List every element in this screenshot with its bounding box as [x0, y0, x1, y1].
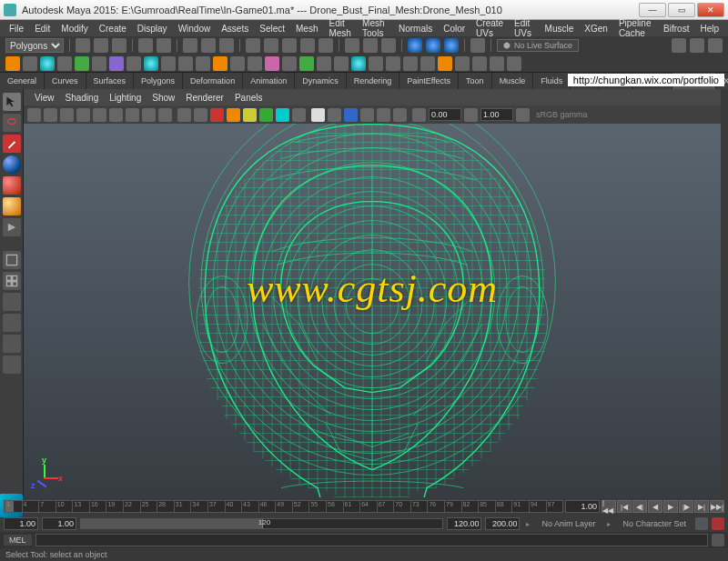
collapse-icon-2[interactable]: ▸: [604, 519, 613, 528]
collapse-icon-1[interactable]: ▸: [523, 519, 532, 528]
menu-edit-mesh[interactable]: Edit Mesh: [323, 18, 357, 38]
shelf-icon-19[interactable]: [317, 56, 331, 71]
camera-select-icon[interactable]: [27, 108, 41, 122]
two-pane-h-layout-icon[interactable]: [3, 314, 21, 332]
range-start-outer[interactable]: [4, 517, 38, 530]
maximize-button[interactable]: ▭: [668, 3, 695, 17]
tab-deformation[interactable]: Deformation: [183, 73, 243, 89]
snap-live-icon[interactable]: [318, 38, 333, 53]
textured-icon[interactable]: [259, 108, 273, 122]
select-by-component-icon[interactable]: [219, 38, 234, 53]
open-scene-icon[interactable]: [94, 38, 108, 53]
live-surface-field[interactable]: ⬢No Live Surface: [497, 39, 579, 52]
isolate-select-icon[interactable]: [311, 108, 325, 122]
character-set-dropdown[interactable]: No Character Set: [617, 519, 692, 528]
exposure-field[interactable]: [429, 108, 461, 121]
shelf-icon-26[interactable]: [438, 56, 452, 71]
undo-icon[interactable]: [138, 38, 153, 53]
script-editor-icon[interactable]: [712, 534, 724, 546]
smooth-shade-icon[interactable]: [194, 108, 207, 122]
image-plane-icon[interactable]: [60, 108, 74, 122]
menu-create[interactable]: Create: [94, 24, 132, 34]
step-forward-key-button[interactable]: ▶|: [694, 500, 709, 513]
step-forward-frame-button[interactable]: |▶: [679, 500, 693, 513]
shelf-icon-24[interactable]: [403, 56, 418, 71]
shelf-icon-25[interactable]: [420, 56, 435, 71]
film-gate-icon[interactable]: [76, 108, 90, 122]
wireframe-icon[interactable]: [177, 108, 191, 122]
shelf-icon-9[interactable]: [144, 56, 158, 71]
input-ops-icon[interactable]: [345, 38, 359, 53]
menu-file[interactable]: File: [4, 24, 29, 34]
safe-title-icon[interactable]: [158, 108, 172, 122]
construction-history-icon[interactable]: [381, 38, 396, 53]
tab-general[interactable]: General: [0, 73, 45, 89]
tab-rendering[interactable]: Rendering: [347, 73, 400, 89]
menu-assets[interactable]: Assets: [216, 24, 254, 34]
minimize-button[interactable]: —: [639, 3, 666, 17]
motion-blur-icon[interactable]: [377, 108, 390, 122]
new-scene-icon[interactable]: [76, 38, 90, 53]
shelf-icon-21[interactable]: [351, 56, 366, 71]
snap-grid-icon[interactable]: [246, 38, 260, 53]
four-pane-layout-icon[interactable]: [3, 272, 21, 290]
menu-muscle[interactable]: Muscle: [540, 24, 580, 34]
view-transform-icon[interactable]: [516, 108, 530, 122]
move-tool-icon[interactable]: [3, 155, 21, 174]
rotate-tool-icon[interactable]: [3, 176, 21, 195]
shelf-icon-12[interactable]: [196, 56, 210, 71]
toggle-modeling-toolkit-icon[interactable]: [470, 38, 485, 53]
snap-point-icon[interactable]: [282, 38, 297, 53]
menu-normals[interactable]: Normals: [393, 24, 438, 34]
panel-show[interactable]: Show: [147, 93, 180, 103]
shelf-icon-16[interactable]: [265, 56, 279, 71]
safe-action-icon[interactable]: [142, 108, 156, 122]
range-slider[interactable]: 120: [80, 518, 443, 529]
gate-mask-icon[interactable]: [109, 108, 123, 122]
shelf-icon-1[interactable]: [5, 56, 20, 71]
shelf-icon-20[interactable]: [334, 56, 349, 71]
panel-view[interactable]: View: [29, 93, 60, 103]
render-frame-icon[interactable]: [408, 38, 422, 53]
screen-space-ao-icon[interactable]: [360, 108, 374, 122]
three-pane-layout-icon[interactable]: [3, 335, 21, 353]
save-scene-icon[interactable]: [112, 38, 126, 53]
output-ops-icon[interactable]: [363, 38, 378, 53]
viewport-2-icon[interactable]: [344, 108, 358, 122]
anim-layer-dropdown[interactable]: No Anim Layer: [536, 519, 601, 528]
menu-set-dropdown[interactable]: Polygons: [5, 38, 64, 53]
menu-color[interactable]: Color: [438, 24, 470, 34]
shelf-icon-3[interactable]: [40, 56, 55, 71]
lasso-tool-icon[interactable]: [3, 114, 21, 132]
menu-bifrost[interactable]: Bifrost: [658, 24, 694, 34]
panel-renderer[interactable]: Renderer: [180, 93, 229, 103]
shelf-icon-29[interactable]: [490, 56, 504, 71]
panel-lighting[interactable]: Lighting: [104, 93, 147, 103]
select-by-hierarchy-icon[interactable]: [183, 38, 197, 53]
shelf-icon-18[interactable]: [299, 56, 314, 71]
tab-polygons[interactable]: Polygons: [134, 73, 183, 89]
render-settings-icon[interactable]: [444, 38, 459, 53]
shelf-icon-27[interactable]: [455, 56, 470, 71]
tab-dynamics[interactable]: Dynamics: [295, 73, 347, 89]
shelf-icon-30[interactable]: [507, 56, 521, 71]
bookmark-icon[interactable]: [44, 108, 57, 122]
ipr-render-icon[interactable]: [426, 38, 440, 53]
menu-mesh-tools[interactable]: Mesh Tools: [357, 18, 393, 38]
gamma-icon[interactable]: [464, 108, 478, 122]
tab-fluids[interactable]: Fluids: [533, 73, 571, 89]
scale-tool-icon[interactable]: [3, 197, 21, 215]
wireframe-on-shaded-icon[interactable]: [243, 108, 257, 122]
tab-painteffects[interactable]: PaintEffects: [399, 73, 459, 89]
menu-xgen[interactable]: XGen: [579, 24, 613, 34]
tab-animation[interactable]: Animation: [243, 73, 295, 89]
shadows-icon[interactable]: [227, 108, 240, 122]
field-chart-icon[interactable]: [126, 108, 139, 122]
tab-surfaces[interactable]: Surfaces: [86, 73, 135, 89]
tab-curves[interactable]: Curves: [45, 73, 86, 89]
resolution-gate-icon[interactable]: [93, 108, 106, 122]
shelf-icon-6[interactable]: [92, 56, 106, 71]
menu-display[interactable]: Display: [132, 24, 173, 34]
menu-window[interactable]: Window: [173, 24, 217, 34]
use-all-lights-icon[interactable]: [210, 108, 224, 122]
